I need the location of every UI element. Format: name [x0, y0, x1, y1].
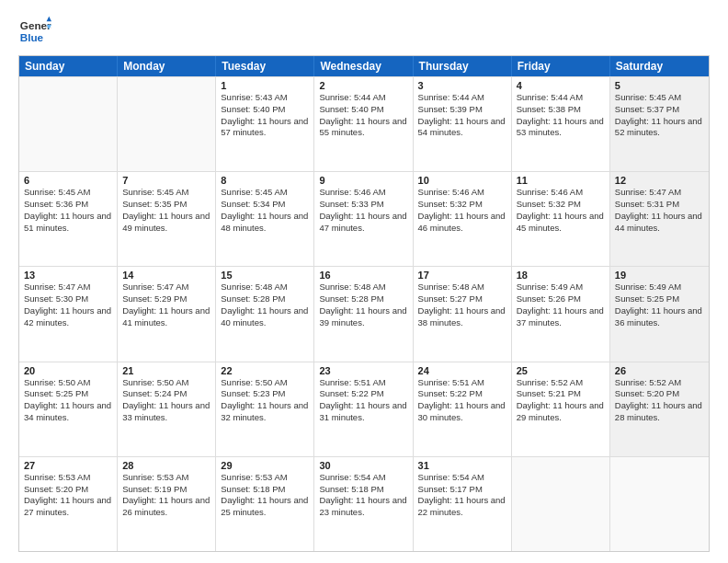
- sunrise-text: Sunrise: 5:45 AM: [221, 187, 309, 199]
- sunrise-text: Sunrise: 5:49 AM: [615, 282, 704, 293]
- cal-cell: [118, 77, 216, 171]
- day-number: 1: [221, 80, 309, 91]
- day-number: 18: [517, 270, 605, 281]
- week-row-2: 6Sunrise: 5:45 AMSunset: 5:36 PMDaylight…: [19, 171, 709, 266]
- cal-cell: 29Sunrise: 5:53 AMSunset: 5:18 PMDayligh…: [216, 457, 314, 551]
- cal-cell: 10Sunrise: 5:46 AMSunset: 5:32 PMDayligh…: [414, 172, 512, 266]
- sunrise-text: Sunrise: 5:47 AM: [615, 187, 704, 199]
- daylight-text: Daylight: 11 hours and 41 minutes.: [122, 305, 210, 329]
- sunrise-text: Sunrise: 5:48 AM: [418, 282, 506, 293]
- daylight-text: Daylight: 11 hours and 30 minutes.: [418, 400, 506, 424]
- day-number: 28: [122, 460, 210, 471]
- daylight-text: Daylight: 11 hours and 48 minutes.: [221, 211, 309, 235]
- sunset-text: Sunset: 5:35 PM: [122, 199, 210, 211]
- cal-cell: 14Sunrise: 5:47 AMSunset: 5:29 PMDayligh…: [118, 267, 216, 361]
- day-number: 4: [517, 80, 605, 91]
- sunrise-text: Sunrise: 5:46 AM: [517, 187, 605, 199]
- day-number: 10: [418, 175, 506, 186]
- day-number: 22: [221, 365, 309, 376]
- daylight-text: Daylight: 11 hours and 45 minutes.: [517, 211, 605, 235]
- daylight-text: Daylight: 11 hours and 31 minutes.: [319, 400, 407, 424]
- svg-text:Blue: Blue: [20, 31, 44, 43]
- sunset-text: Sunset: 5:19 PM: [122, 484, 210, 496]
- daylight-text: Daylight: 11 hours and 34 minutes.: [24, 400, 112, 424]
- sunrise-text: Sunrise: 5:49 AM: [517, 282, 605, 293]
- cal-cell: 23Sunrise: 5:51 AMSunset: 5:22 PMDayligh…: [314, 362, 413, 456]
- day-number: 5: [615, 80, 704, 91]
- daylight-text: Daylight: 11 hours and 28 minutes.: [615, 400, 704, 424]
- sunrise-text: Sunrise: 5:53 AM: [221, 472, 309, 484]
- cal-cell: 25Sunrise: 5:52 AMSunset: 5:21 PMDayligh…: [512, 362, 610, 456]
- sunset-text: Sunset: 5:18 PM: [319, 484, 407, 496]
- day-number: 8: [221, 175, 309, 186]
- cal-cell: 8Sunrise: 5:45 AMSunset: 5:34 PMDaylight…: [216, 172, 314, 266]
- sunrise-text: Sunrise: 5:50 AM: [221, 377, 309, 389]
- daylight-text: Daylight: 11 hours and 32 minutes.: [221, 400, 309, 424]
- sunset-text: Sunset: 5:36 PM: [24, 199, 112, 211]
- sunset-text: Sunset: 5:37 PM: [615, 104, 704, 116]
- cal-cell: 2Sunrise: 5:44 AMSunset: 5:40 PMDaylight…: [314, 77, 413, 171]
- day-number: 21: [122, 365, 210, 376]
- daylight-text: Daylight: 11 hours and 23 minutes.: [319, 495, 407, 519]
- daylight-text: Daylight: 11 hours and 55 minutes.: [319, 116, 407, 140]
- daylight-text: Daylight: 11 hours and 52 minutes.: [615, 116, 704, 140]
- sunset-text: Sunset: 5:22 PM: [418, 388, 506, 400]
- day-number: 31: [418, 460, 506, 471]
- daylight-text: Daylight: 11 hours and 42 minutes.: [24, 305, 112, 329]
- sunset-text: Sunset: 5:23 PM: [221, 388, 309, 400]
- day-number: 11: [517, 175, 605, 186]
- cal-cell: 7Sunrise: 5:45 AMSunset: 5:35 PMDaylight…: [118, 172, 216, 266]
- header: General Blue: [18, 15, 710, 48]
- daylight-text: Daylight: 11 hours and 22 minutes.: [418, 495, 506, 519]
- week-row-1: 1Sunrise: 5:43 AMSunset: 5:40 PMDaylight…: [19, 76, 709, 171]
- daylight-text: Daylight: 11 hours and 46 minutes.: [418, 211, 506, 235]
- cal-cell: 18Sunrise: 5:49 AMSunset: 5:26 PMDayligh…: [512, 267, 610, 361]
- daylight-text: Daylight: 11 hours and 44 minutes.: [615, 211, 704, 235]
- sunrise-text: Sunrise: 5:45 AM: [24, 187, 112, 199]
- sunrise-text: Sunrise: 5:53 AM: [122, 472, 210, 484]
- daylight-text: Daylight: 11 hours and 37 minutes.: [517, 305, 605, 329]
- day-number: 15: [221, 270, 309, 281]
- day-number: 16: [319, 270, 407, 281]
- sunrise-text: Sunrise: 5:51 AM: [319, 377, 407, 389]
- sunset-text: Sunset: 5:28 PM: [319, 293, 407, 305]
- sunrise-text: Sunrise: 5:52 AM: [517, 377, 605, 389]
- sunset-text: Sunset: 5:31 PM: [615, 199, 704, 211]
- sunset-text: Sunset: 5:30 PM: [24, 293, 112, 305]
- sunrise-text: Sunrise: 5:45 AM: [615, 92, 704, 104]
- sunset-text: Sunset: 5:34 PM: [221, 199, 309, 211]
- sunset-text: Sunset: 5:25 PM: [615, 293, 704, 305]
- day-number: 6: [24, 175, 112, 186]
- day-number: 26: [615, 365, 704, 376]
- header-day-saturday: Saturday: [610, 56, 709, 76]
- header-day-sunday: Sunday: [19, 56, 118, 76]
- sunset-text: Sunset: 5:32 PM: [517, 199, 605, 211]
- cal-cell: 9Sunrise: 5:46 AMSunset: 5:33 PMDaylight…: [314, 172, 413, 266]
- sunrise-text: Sunrise: 5:47 AM: [122, 282, 210, 293]
- day-number: 13: [24, 270, 112, 281]
- cal-cell: 27Sunrise: 5:53 AMSunset: 5:20 PMDayligh…: [19, 457, 118, 551]
- cal-cell: 26Sunrise: 5:52 AMSunset: 5:20 PMDayligh…: [610, 362, 709, 456]
- cal-cell: 6Sunrise: 5:45 AMSunset: 5:36 PMDaylight…: [19, 172, 118, 266]
- cal-cell: 4Sunrise: 5:44 AMSunset: 5:38 PMDaylight…: [512, 77, 610, 171]
- cal-cell: [512, 457, 610, 551]
- cal-cell: 15Sunrise: 5:48 AMSunset: 5:28 PMDayligh…: [216, 267, 314, 361]
- sunrise-text: Sunrise: 5:52 AM: [615, 377, 704, 389]
- daylight-text: Daylight: 11 hours and 51 minutes.: [24, 211, 112, 235]
- daylight-text: Daylight: 11 hours and 33 minutes.: [122, 400, 210, 424]
- cal-cell: 3Sunrise: 5:44 AMSunset: 5:39 PMDaylight…: [414, 77, 512, 171]
- calendar-body: 1Sunrise: 5:43 AMSunset: 5:40 PMDaylight…: [19, 76, 709, 551]
- day-number: 14: [122, 270, 210, 281]
- header-day-monday: Monday: [118, 56, 216, 76]
- cal-cell: 19Sunrise: 5:49 AMSunset: 5:25 PMDayligh…: [610, 267, 709, 361]
- sunrise-text: Sunrise: 5:44 AM: [418, 92, 506, 104]
- sunrise-text: Sunrise: 5:54 AM: [418, 472, 506, 484]
- day-number: 24: [418, 365, 506, 376]
- sunrise-text: Sunrise: 5:44 AM: [517, 92, 605, 104]
- day-number: 25: [517, 365, 605, 376]
- day-number: 17: [418, 270, 506, 281]
- sunrise-text: Sunrise: 5:45 AM: [122, 187, 210, 199]
- sunrise-text: Sunrise: 5:46 AM: [319, 187, 407, 199]
- cal-cell: 12Sunrise: 5:47 AMSunset: 5:31 PMDayligh…: [610, 172, 709, 266]
- sunset-text: Sunset: 5:21 PM: [517, 388, 605, 400]
